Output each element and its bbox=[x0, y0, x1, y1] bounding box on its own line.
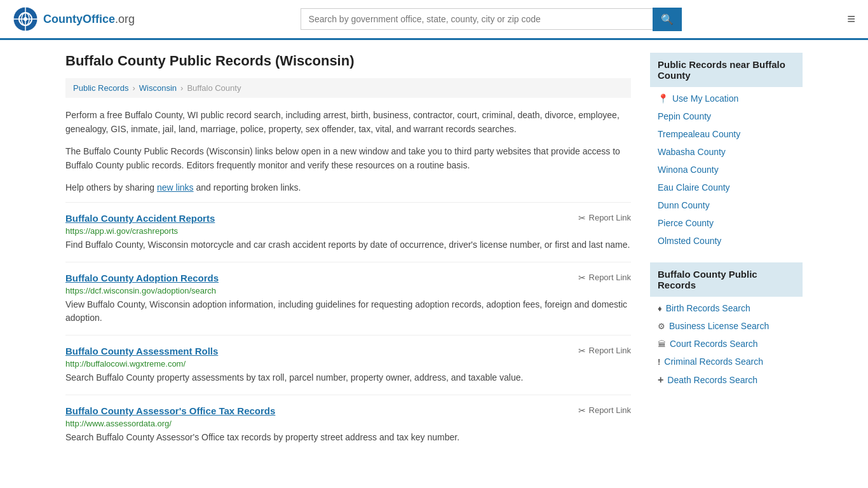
description-2: The Buffalo County Public Records (Wisco… bbox=[65, 144, 631, 173]
business-icon: ⚙ bbox=[658, 322, 665, 331]
logo-area: CountyOffice.org bbox=[13, 6, 135, 32]
criminal-records-item[interactable]: ! Criminal Records Search bbox=[650, 353, 803, 370]
record-header-0: Buffalo County Accident Reports ✂ Report… bbox=[65, 213, 631, 224]
svg-point-5 bbox=[24, 17, 27, 21]
records-container: Buffalo County Accident Reports ✂ Report… bbox=[65, 202, 631, 454]
record-title-1[interactable]: Buffalo County Adoption Records bbox=[65, 273, 219, 283]
main-container: Buffalo County Public Records (Wisconsin… bbox=[53, 40, 815, 467]
description-3: Help others by sharing new links and rep… bbox=[65, 180, 631, 194]
description-1: Perform a free Buffalo County, WI public… bbox=[65, 108, 631, 137]
report-link-0[interactable]: ✂ Report Link bbox=[578, 213, 631, 223]
new-links-link[interactable]: new links bbox=[157, 182, 194, 193]
nearby-winona[interactable]: Winona County bbox=[650, 161, 803, 179]
breadcrumb: Public Records › Wisconsin › Buffalo Cou… bbox=[65, 78, 631, 98]
scissors-icon-0: ✂ bbox=[578, 213, 586, 223]
nearby-section: Public Records near Buffalo County 📍 Use… bbox=[650, 53, 803, 250]
header: CountyOffice.org 🔍 ≡ bbox=[0, 0, 868, 40]
pin-icon: 📍 bbox=[658, 93, 668, 104]
business-license-item[interactable]: ⚙ Business License Search bbox=[650, 317, 803, 335]
death-records-item[interactable]: + Death Records Search bbox=[650, 370, 803, 390]
hamburger-menu-icon[interactable]: ≡ bbox=[847, 11, 855, 27]
sidebar: Public Records near Buffalo County 📍 Use… bbox=[650, 53, 803, 454]
record-title-2[interactable]: Buffalo County Assessment Rolls bbox=[65, 346, 218, 356]
record-title-0[interactable]: Buffalo County Accident Reports bbox=[65, 213, 215, 224]
breadcrumb-public-records[interactable]: Public Records bbox=[73, 83, 128, 93]
birth-icon: ♦ bbox=[658, 304, 662, 313]
scissors-icon-2: ✂ bbox=[578, 346, 586, 356]
record-entry-3: Buffalo County Assessor's Office Tax Rec… bbox=[65, 395, 631, 454]
breadcrumb-wisconsin[interactable]: Wisconsin bbox=[139, 83, 177, 93]
record-url-3[interactable]: http://www.assessordata.org/ bbox=[65, 419, 631, 428]
record-url-1[interactable]: https://dcf.wisconsin.gov/adoption/searc… bbox=[65, 286, 631, 295]
scissors-icon-1: ✂ bbox=[578, 273, 586, 283]
report-link-3[interactable]: ✂ Report Link bbox=[578, 405, 631, 416]
court-icon: 🏛 bbox=[658, 339, 666, 349]
breadcrumb-sep1: › bbox=[132, 83, 135, 93]
criminal-icon: ! bbox=[658, 357, 660, 367]
public-records-header: Buffalo County Public Records bbox=[650, 262, 803, 297]
search-button[interactable]: 🔍 bbox=[653, 8, 682, 31]
record-desc-1: View Buffalo County, Wisconsin adoption … bbox=[65, 298, 631, 325]
record-desc-0: Find Buffalo County, Wisconsin motorcycl… bbox=[65, 238, 631, 252]
court-records-item[interactable]: 🏛 Court Records Search bbox=[650, 335, 803, 353]
record-url-0[interactable]: https://app.wi.gov/crashreports bbox=[65, 226, 631, 236]
nearby-wabasha[interactable]: Wabasha County bbox=[650, 143, 803, 161]
search-input[interactable] bbox=[301, 8, 653, 30]
content-area: Buffalo County Public Records (Wisconsin… bbox=[65, 53, 631, 454]
nearby-pierce[interactable]: Pierce County bbox=[650, 214, 803, 232]
use-my-location[interactable]: 📍 Use My Location bbox=[650, 90, 803, 107]
nearby-dunn[interactable]: Dunn County bbox=[650, 196, 803, 214]
record-header-1: Buffalo County Adoption Records ✂ Report… bbox=[65, 273, 631, 283]
record-url-2[interactable]: http://buffalocowi.wgxtreme.com/ bbox=[65, 359, 631, 369]
logo-text: CountyOffice.org bbox=[43, 13, 135, 26]
death-icon: + bbox=[658, 374, 663, 386]
report-link-1[interactable]: ✂ Report Link bbox=[578, 273, 631, 283]
breadcrumb-buffalo-county: Buffalo County bbox=[187, 83, 241, 93]
search-area: 🔍 bbox=[301, 8, 682, 31]
record-desc-3: Search Buffalo County Assessor's Office … bbox=[65, 431, 631, 444]
nearby-eau-claire[interactable]: Eau Claire County bbox=[650, 179, 803, 196]
record-header-2: Buffalo County Assessment Rolls ✂ Report… bbox=[65, 346, 631, 356]
nearby-olmsted[interactable]: Olmsted County bbox=[650, 232, 803, 250]
record-header-3: Buffalo County Assessor's Office Tax Rec… bbox=[65, 405, 631, 416]
nearby-pepin[interactable]: Pepin County bbox=[650, 107, 803, 125]
nearby-trempealeau[interactable]: Trempealeau County bbox=[650, 125, 803, 143]
breadcrumb-sep2: › bbox=[180, 83, 183, 93]
logo-icon bbox=[13, 6, 38, 32]
record-entry-0: Buffalo County Accident Reports ✂ Report… bbox=[65, 202, 631, 262]
public-records-section: Buffalo County Public Records ♦ Birth Re… bbox=[650, 262, 803, 390]
report-link-2[interactable]: ✂ Report Link bbox=[578, 346, 631, 356]
record-entry-1: Buffalo County Adoption Records ✂ Report… bbox=[65, 262, 631, 335]
nearby-header: Public Records near Buffalo County bbox=[650, 53, 803, 87]
record-desc-2: Search Buffalo County property assessmen… bbox=[65, 371, 631, 384]
record-title-3[interactable]: Buffalo County Assessor's Office Tax Rec… bbox=[65, 405, 275, 416]
birth-records-item[interactable]: ♦ Birth Records Search bbox=[650, 299, 803, 317]
record-entry-2: Buffalo County Assessment Rolls ✂ Report… bbox=[65, 335, 631, 395]
page-title: Buffalo County Public Records (Wisconsin… bbox=[65, 53, 631, 69]
scissors-icon-3: ✂ bbox=[578, 405, 586, 416]
